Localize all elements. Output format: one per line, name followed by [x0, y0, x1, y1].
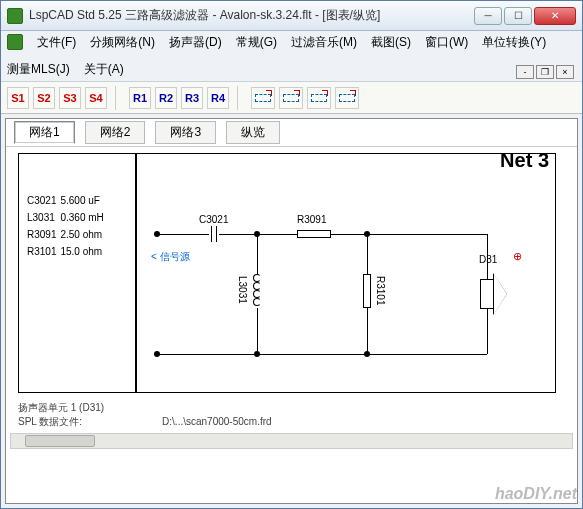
toolbar-r2[interactable]: R2 — [155, 87, 177, 109]
component-list: C30215.600 uF L30310.360 mH R30912.50 oh… — [19, 154, 137, 392]
mdi-close-button[interactable]: × — [556, 65, 574, 79]
mdi-restore-button[interactable]: ❐ — [536, 65, 554, 79]
menu-general[interactable]: 常规(G) — [236, 34, 277, 51]
tab-net2[interactable]: 网络2 — [85, 121, 146, 144]
menu-file[interactable]: 文件(F) — [37, 34, 76, 51]
tab-overview[interactable]: 纵览 — [226, 121, 280, 144]
menu-speaker[interactable]: 扬声器(D) — [169, 34, 222, 51]
schematic-sheet: C30215.600 uF L30310.360 mH R30912.50 oh… — [18, 153, 556, 393]
info-panel: 扬声器单元 1 (D31) SPL 数据文件:D:\...\scan7000-5… — [18, 401, 556, 429]
network-tabs: 网络1 网络2 网络3 纵览 — [6, 119, 577, 147]
toolbar-r1[interactable]: R1 — [129, 87, 151, 109]
source-label: < 信号源 — [151, 250, 190, 264]
menu-crossover[interactable]: 分频网络(N) — [90, 34, 155, 51]
toolbar-s3[interactable]: S3 — [59, 87, 81, 109]
resistor-r3091 — [297, 230, 331, 238]
app-menu-icon[interactable] — [7, 34, 23, 50]
menu-capture[interactable]: 截图(S) — [371, 34, 411, 51]
scrollbar-thumb[interactable] — [25, 435, 95, 447]
capacitor-c3021 — [209, 226, 219, 242]
circuit-diagram: < 信号源 C3021 R3091 L3031 R3101 D31 ⊕ — [137, 154, 555, 392]
window-title: LspCAD Std 5.25 三路高级滤波器 - Avalon-sk.3.24… — [29, 7, 474, 24]
menubar: 文件(F) 分频网络(N) 扬声器(D) 常规(G) 过滤音乐(M) 截图(S)… — [1, 31, 582, 82]
plus-icon: ⊕ — [513, 250, 522, 263]
toolbar-graph-2[interactable] — [279, 87, 303, 109]
tab-net3[interactable]: 网络3 — [155, 121, 216, 144]
schematic-canvas[interactable]: Net 3 C30215.600 uF L30310.360 mH R30912… — [6, 147, 577, 503]
menu-unit[interactable]: 单位转换(Y) — [482, 34, 546, 51]
list-item: R310115.0 ohm — [27, 243, 108, 260]
list-item: C30215.600 uF — [27, 192, 108, 209]
toolbar: S1 S2 S3 S4 R1 R2 R3 R4 — [1, 82, 582, 114]
maximize-button[interactable]: ☐ — [504, 7, 532, 25]
inductor-l3031 — [253, 274, 261, 308]
resistor-r3101 — [363, 274, 371, 308]
menu-mls[interactable]: 测量MLS(J) — [7, 61, 70, 78]
tab-net1[interactable]: 网络1 — [14, 121, 75, 144]
speaker-d31 — [480, 279, 494, 309]
close-button[interactable]: ✕ — [534, 7, 576, 25]
toolbar-s4[interactable]: S4 — [85, 87, 107, 109]
toolbar-s2[interactable]: S2 — [33, 87, 55, 109]
menu-filter[interactable]: 过滤音乐(M) — [291, 34, 357, 51]
toolbar-graph-1[interactable] — [251, 87, 275, 109]
toolbar-s1[interactable]: S1 — [7, 87, 29, 109]
titlebar[interactable]: LspCAD Std 5.25 三路高级滤波器 - Avalon-sk.3.24… — [1, 1, 582, 31]
horizontal-scrollbar[interactable] — [10, 433, 573, 449]
list-item: R30912.50 ohm — [27, 226, 108, 243]
minimize-button[interactable]: ─ — [474, 7, 502, 25]
child-window: 网络1 网络2 网络3 纵览 Net 3 C30215.600 uF L3031… — [5, 118, 578, 504]
app-icon — [7, 8, 23, 24]
menu-about[interactable]: 关于(A) — [84, 61, 124, 78]
app-window: LspCAD Std 5.25 三路高级滤波器 - Avalon-sk.3.24… — [0, 0, 583, 509]
toolbar-graph-4[interactable] — [335, 87, 359, 109]
list-item: L30310.360 mH — [27, 209, 108, 226]
menu-window[interactable]: 窗口(W) — [425, 34, 468, 51]
mdi-minimize-button[interactable]: - — [516, 65, 534, 79]
toolbar-r3[interactable]: R3 — [181, 87, 203, 109]
toolbar-graph-3[interactable] — [307, 87, 331, 109]
toolbar-r4[interactable]: R4 — [207, 87, 229, 109]
